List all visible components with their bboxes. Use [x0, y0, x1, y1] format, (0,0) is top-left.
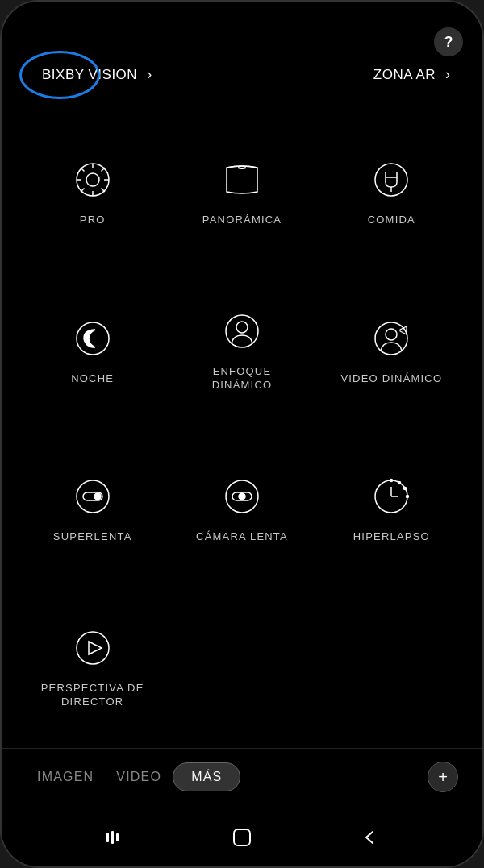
svg-point-16 — [375, 322, 407, 355]
recent-apps-button[interactable] — [105, 829, 123, 846]
bixby-vision-button[interactable]: BIXBY VISION › — [34, 66, 152, 83]
mode-item-video-dinamico[interactable]: VIDEO DINÁMICO — [317, 267, 466, 432]
zona-ar-label: ZONA AR — [373, 67, 436, 83]
system-nav-bar — [2, 808, 482, 866]
mode-item-panoramica[interactable]: PANORÁMICA — [167, 115, 316, 267]
phone-frame: ? BIXBY VISION › ZONA AR › — [0, 0, 484, 868]
back-button[interactable] — [361, 829, 379, 846]
svg-rect-36 — [234, 829, 250, 845]
mode-item-superlenta[interactable]: SUPERLENTA — [18, 431, 167, 583]
svg-line-8 — [101, 168, 105, 172]
svg-marker-32 — [89, 642, 102, 654]
svg-point-13 — [77, 322, 109, 355]
superlenta-icon — [67, 471, 119, 522]
hiperlapso-label: HIPERLAPSO — [353, 530, 430, 544]
svg-point-17 — [386, 329, 397, 340]
perspectiva-director-label: PERSPECTIVA DEDIRECTOR — [41, 682, 144, 709]
svg-point-20 — [94, 493, 101, 500]
bottom-bar: IMAGEN VIDEO MÁS + — [2, 748, 482, 808]
tab-imagen[interactable]: IMAGEN — [26, 763, 105, 791]
mode-item-pro[interactable]: PRO — [18, 115, 167, 267]
noche-label: NOCHE — [71, 372, 114, 386]
video-dinamico-icon — [365, 313, 417, 364]
video-dinamico-label: VIDEO DINÁMICO — [340, 372, 442, 386]
camara-lenta-icon — [216, 471, 268, 522]
svg-line-6 — [81, 168, 85, 172]
tab-mas[interactable]: MÁS — [173, 762, 240, 791]
bixby-arrow-icon: › — [147, 66, 152, 83]
panoramica-icon — [216, 154, 268, 206]
mode-item-camara-lenta[interactable]: CÁMARA LENTA — [167, 431, 316, 583]
tab-video[interactable]: VIDEO — [105, 763, 173, 791]
svg-point-18 — [77, 480, 109, 513]
panoramica-label: PANORÁMICA — [202, 214, 282, 227]
bixby-vision-label: BIXBY VISION — [42, 67, 137, 83]
screen: ? BIXBY VISION › ZONA AR › — [2, 2, 482, 866]
svg-line-9 — [81, 189, 85, 193]
add-mode-button[interactable]: + — [428, 762, 458, 792]
mode-item-noche[interactable]: NOCHE — [18, 267, 167, 432]
mode-item-enfoque-dinamico[interactable]: ENFOQUEDINÁMICO — [167, 267, 316, 432]
mode-grid: PRO PANORÁMICA — [2, 99, 482, 748]
enfoque-dinamico-icon — [216, 305, 268, 357]
svg-line-7 — [101, 189, 105, 193]
help-button[interactable]: ? — [434, 27, 463, 56]
perspectiva-director-icon — [67, 622, 119, 674]
svg-point-30 — [407, 495, 409, 497]
mode-item-perspectiva-director[interactable]: PERSPECTIVA DEDIRECTOR — [18, 583, 167, 748]
svg-rect-35 — [116, 833, 119, 841]
svg-rect-34 — [111, 831, 114, 844]
hiperlapso-icon — [365, 471, 417, 522]
svg-point-15 — [236, 322, 248, 333]
svg-point-27 — [390, 479, 393, 481]
svg-point-29 — [404, 487, 407, 489]
svg-point-23 — [239, 493, 245, 500]
zona-ar-arrow-icon: › — [445, 66, 450, 83]
comida-label: COMIDA — [368, 214, 415, 227]
mode-item-hiperlapso[interactable]: HIPERLAPSO — [317, 431, 466, 583]
svg-rect-33 — [106, 833, 109, 842]
svg-point-31 — [77, 632, 109, 664]
pro-label: PRO — [80, 214, 106, 227]
superlenta-label: SUPERLENTA — [53, 530, 132, 544]
noche-icon — [67, 313, 119, 364]
svg-point-1 — [86, 173, 99, 186]
home-button[interactable] — [232, 827, 252, 848]
camara-lenta-label: CÁMARA LENTA — [196, 530, 288, 544]
top-nav: BIXBY VISION › ZONA AR › — [2, 2, 482, 99]
mode-item-comida[interactable]: COMIDA — [317, 115, 466, 267]
pro-icon — [67, 154, 119, 206]
zona-ar-button[interactable]: ZONA AR › — [373, 66, 450, 83]
comida-icon — [365, 154, 417, 206]
svg-point-28 — [398, 481, 401, 484]
enfoque-dinamico-label: ENFOQUEDINÁMICO — [212, 365, 273, 392]
svg-point-14 — [226, 315, 258, 347]
